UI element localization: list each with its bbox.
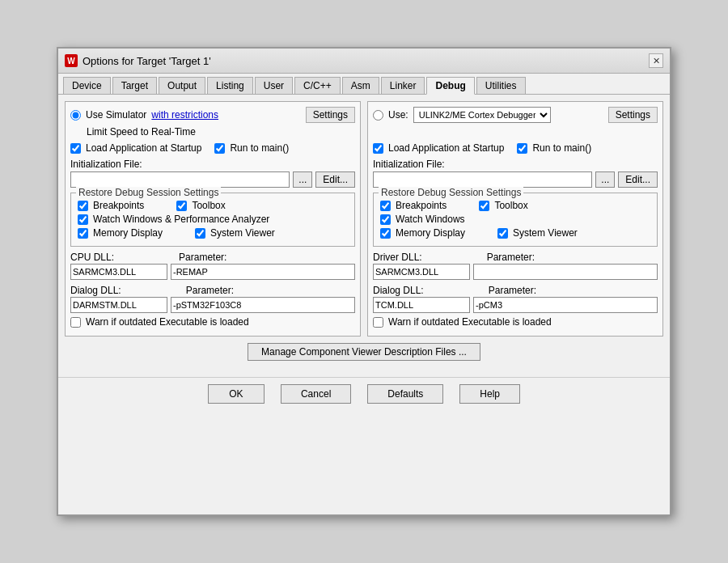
right-restore-content: Breakpoints Toolbox Watch Windows xyxy=(380,200,650,241)
tab-linker[interactable]: Linker xyxy=(381,77,425,94)
help-button[interactable]: Help xyxy=(459,384,520,404)
use-debugger-row: Use: ULINK2/ME Cortex Debugger Settings xyxy=(373,107,658,123)
tab-debug[interactable]: Debug xyxy=(426,77,474,95)
right-toolbox-label: Toolbox xyxy=(494,200,527,211)
right-dialog-param-label: Parameter: xyxy=(489,285,536,296)
right-watch-checkbox[interactable] xyxy=(380,214,391,225)
left-cpu-dll-input[interactable] xyxy=(70,264,167,280)
left-memory-label: Memory Display xyxy=(93,227,163,239)
left-load-app-checkbox[interactable] xyxy=(70,143,81,154)
with-restrictions-link[interactable]: with restrictions xyxy=(151,109,218,121)
right-toolbox-row: Toolbox xyxy=(479,200,527,211)
right-warn-checkbox[interactable] xyxy=(373,317,383,328)
cancel-button[interactable]: Cancel xyxy=(281,384,351,404)
left-breakpoints-row: Breakpoints xyxy=(78,200,144,211)
left-memory-checkbox[interactable] xyxy=(78,228,88,239)
right-load-app-label: Load Application at Startup xyxy=(388,142,504,154)
left-load-app-label: Load Application at Startup xyxy=(86,142,201,154)
left-toolbox-row: Toolbox xyxy=(176,200,225,211)
right-run-to-main-checkbox[interactable] xyxy=(517,143,527,154)
defaults-button[interactable]: Defaults xyxy=(367,384,443,404)
left-toolbox-checkbox[interactable] xyxy=(176,201,187,211)
left-system-viewer-checkbox[interactable] xyxy=(195,228,205,239)
right-driver-param-input[interactable] xyxy=(473,264,658,280)
left-watch-checkbox[interactable] xyxy=(78,214,88,225)
left-column: Use Simulator with restrictions Settings… xyxy=(65,101,361,337)
left-watch-label: Watch Windows & Performance Analyzer xyxy=(93,214,269,225)
left-dialog-labels: Dialog DLL: Parameter: xyxy=(70,285,355,296)
right-driver-dll-input[interactable] xyxy=(373,264,470,280)
right-init-file-row: ... Edit... xyxy=(373,171,658,188)
right-load-app-row: Load Application at Startup Run to main(… xyxy=(373,142,658,154)
app-icon: W xyxy=(65,54,78,67)
right-memory-row: Memory Display xyxy=(380,227,465,239)
spacer xyxy=(373,126,658,142)
left-memory-row: Memory Display xyxy=(78,227,163,239)
ok-button[interactable]: OK xyxy=(208,384,265,404)
right-breakpoints-checkbox[interactable] xyxy=(380,201,391,211)
right-dialog-inputs xyxy=(373,297,658,313)
left-cpu-param-input[interactable] xyxy=(171,264,355,280)
left-run-to-main-checkbox[interactable] xyxy=(214,143,225,154)
left-dialog-dll-label: Dialog DLL: xyxy=(70,285,121,296)
manage-component-button[interactable]: Manage Component Viewer Description File… xyxy=(248,343,480,361)
left-toolbox-label: Toolbox xyxy=(192,200,225,211)
left-dialog-param-label: Parameter: xyxy=(186,285,234,296)
left-dialog-dll-input[interactable] xyxy=(70,297,167,313)
right-system-viewer-label: System Viewer xyxy=(513,227,578,239)
right-dialog-dll-input[interactable] xyxy=(373,297,470,313)
content-area: Use Simulator with restrictions Settings… xyxy=(58,95,670,374)
left-edit-button[interactable]: Edit... xyxy=(315,171,355,188)
left-init-file-label: Initialization File: xyxy=(70,159,355,170)
left-dots-button[interactable]: ... xyxy=(293,171,312,188)
tab-target[interactable]: Target xyxy=(112,77,157,94)
left-breakpoints-label: Breakpoints xyxy=(93,200,144,211)
right-warn-row: Warn if outdated Executable is loaded xyxy=(373,316,658,328)
left-dialog-param-input[interactable] xyxy=(171,297,355,313)
right-warn-label: Warn if outdated Executable is loaded xyxy=(388,316,552,328)
right-settings-button[interactable]: Settings xyxy=(608,107,658,123)
tab-asm[interactable]: Asm xyxy=(342,77,379,94)
left-restore-content: Breakpoints Toolbox Watch Windows & Perf… xyxy=(78,200,348,241)
tab-listing[interactable]: Listing xyxy=(207,77,253,94)
left-breakpoints-checkbox[interactable] xyxy=(78,201,88,211)
right-dialog-dll-label: Dialog DLL: xyxy=(373,285,424,296)
left-init-file-input[interactable] xyxy=(70,171,290,188)
tab-device[interactable]: Device xyxy=(63,77,111,94)
tab-utilities[interactable]: Utilities xyxy=(476,77,526,94)
left-init-file-row: ... Edit... xyxy=(70,171,355,188)
right-restore-group-label: Restore Debug Session Settings xyxy=(379,187,523,198)
left-warn-label: Warn if outdated Executable is loaded xyxy=(86,316,249,328)
right-dots-button[interactable]: ... xyxy=(595,171,615,188)
right-restore-group: Restore Debug Session Settings Breakpoin… xyxy=(373,193,658,247)
right-dialog-param-input[interactable] xyxy=(473,297,658,313)
right-driver-param-label: Parameter: xyxy=(487,252,535,263)
left-settings-button[interactable]: Settings xyxy=(306,107,355,123)
right-memory-checkbox[interactable] xyxy=(380,228,391,239)
two-column-layout: Use Simulator with restrictions Settings… xyxy=(65,101,663,337)
bottom-button-bar: OK Cancel Defaults Help xyxy=(58,377,670,410)
right-breakpoints-label: Breakpoints xyxy=(396,200,447,211)
right-edit-button[interactable]: Edit... xyxy=(618,171,658,188)
left-warn-checkbox[interactable] xyxy=(70,317,81,328)
close-button[interactable]: ✕ xyxy=(649,53,663,68)
tab-user[interactable]: User xyxy=(255,77,293,94)
right-load-app-checkbox[interactable] xyxy=(373,143,383,154)
right-driver-dll-label: Driver DLL: xyxy=(373,252,422,263)
debugger-select[interactable]: ULINK2/ME Cortex Debugger xyxy=(413,107,551,123)
right-init-file-input[interactable] xyxy=(373,171,592,188)
use-simulator-radio[interactable] xyxy=(70,110,81,121)
right-watch-label: Watch Windows xyxy=(396,214,465,225)
left-dialog-dll-section: Dialog DLL: Parameter: xyxy=(70,285,355,313)
tab-output[interactable]: Output xyxy=(159,77,205,94)
use-debugger-radio[interactable] xyxy=(373,110,383,121)
left-cpu-param-label: Parameter: xyxy=(179,252,226,263)
right-toolbox-checkbox[interactable] xyxy=(479,201,489,211)
left-load-app-row: Load Application at Startup Run to main(… xyxy=(70,142,355,154)
right-init-file-label: Initialization File: xyxy=(373,159,658,170)
left-run-to-main-label: Run to main() xyxy=(230,142,289,154)
title-bar: W Options for Target 'Target 1' ✕ xyxy=(58,49,670,74)
tab-cpp[interactable]: C/C++ xyxy=(294,77,341,94)
use-debugger-label: Use: xyxy=(388,109,408,121)
right-system-viewer-checkbox[interactable] xyxy=(497,228,508,239)
